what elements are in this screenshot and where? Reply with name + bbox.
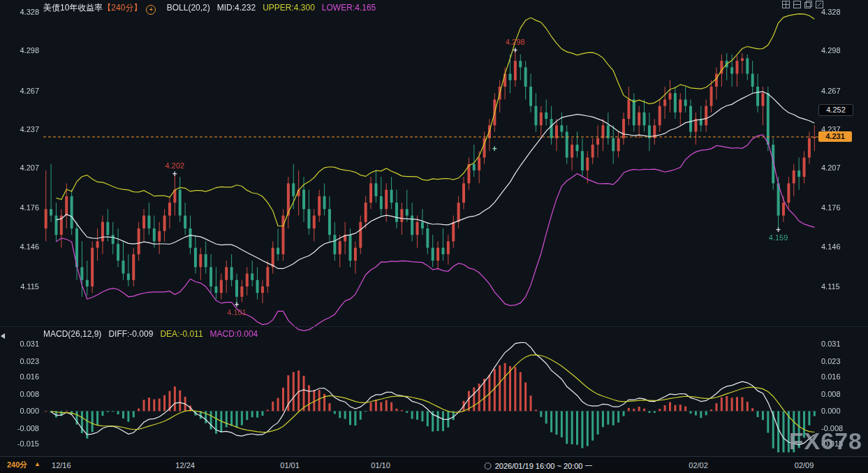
trading-chart-app: 美债10年收益率【240分】+ BOLL(20,2)MID:4.232UPPER…	[0, 0, 868, 473]
boll-mid-value: MID:4.232	[217, 3, 256, 13]
chart-header: 美债10年收益率【240分】+ BOLL(20,2)MID:4.232UPPER…	[43, 2, 383, 15]
fullscreen-icon[interactable]	[816, 1, 823, 8]
candlestick-chart-canvas[interactable]	[0, 0, 868, 473]
macd-label: MACD(26,12,9)	[43, 329, 101, 339]
time-axis-bar: 240分 ▲	[0, 456, 868, 473]
boll-upper-value: UPPER:4.300	[263, 3, 315, 13]
period-tag[interactable]: 【240分】	[103, 3, 142, 13]
macd-dea-value: DEA:-0.011	[160, 329, 203, 339]
boll-label: BOLL(20,2)	[167, 3, 210, 13]
timeframe-label[interactable]: 240分	[7, 460, 27, 470]
timeframe-up-arrow-icon: ▲	[34, 460, 41, 467]
watermark: FX678	[789, 428, 862, 455]
collapse-panel-icon[interactable]	[1, 333, 5, 339]
window-controls	[782, 1, 823, 8]
add-indicator-icon[interactable]: +	[146, 5, 156, 15]
panel-divider	[0, 326, 868, 327]
layout-split-icon[interactable]	[793, 1, 801, 8]
boll-lower-value: LOWER:4.165	[322, 3, 376, 13]
macd-header: MACD(26,12,9)DIFF:-0.009DEA:-0.011MACD:0…	[43, 329, 265, 339]
layout-grid-icon[interactable]	[782, 1, 790, 8]
instrument-title: 美债10年收益率	[43, 3, 103, 13]
cascade-windows-icon[interactable]	[804, 1, 812, 8]
macd-macd-value: MACD:0.004	[210, 329, 258, 339]
macd-diff-value: DIFF:-0.009	[108, 329, 153, 339]
